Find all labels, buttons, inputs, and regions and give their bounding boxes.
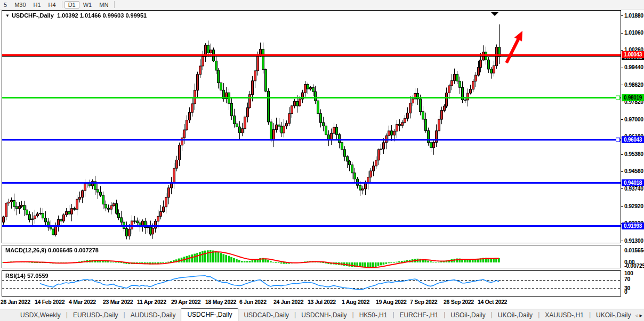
price-level-badge: 0.94018 xyxy=(622,179,644,186)
rsi-pane[interactable]: RSI(14) 57.0559 xyxy=(2,270,621,297)
tab-eurchf-h1[interactable]: EURCHF-,H1 xyxy=(395,310,444,321)
date-tick-label: 26 Jan 2022 xyxy=(1,299,30,305)
date-tick-label: 26 Sep 2022 xyxy=(444,299,474,305)
rsi-axis-label: 0 xyxy=(624,289,627,295)
timeframe-button-mn[interactable]: MN xyxy=(95,1,112,9)
price-tick-label: 1.01880 xyxy=(624,12,643,19)
rsi-label: RSI(14) 57.0559 xyxy=(5,273,49,279)
price-tick xyxy=(621,50,623,51)
tab-eurusd-daily[interactable]: EURUSD-,Daily xyxy=(68,310,124,321)
date-tick-label: 23 Mar 2022 xyxy=(103,299,133,305)
price-tick-label: 0.98620 xyxy=(624,81,643,88)
date-tick-label: 7 Sep 2022 xyxy=(410,299,437,305)
price-tick-label: 0.94560 xyxy=(624,168,643,174)
date-tick-label: 18 May 2022 xyxy=(205,299,236,305)
timeframe-toolbar: 5M30H1H4D1W1MN xyxy=(0,0,644,10)
price-tick xyxy=(621,85,623,85)
price-tick-label: 0.97000 xyxy=(624,116,643,122)
date-tick-label: 14 Feb 2022 xyxy=(35,299,65,305)
price-chart-pane[interactable]: ▼USDCHF-,Daily 1.00392 1.01466 0.99603 0… xyxy=(2,10,621,243)
date-tick-label: 11 Apr 2022 xyxy=(137,299,166,305)
tab-xauusd-h1[interactable]: XAUUSD-,H1 xyxy=(540,310,589,321)
price-tick xyxy=(621,188,623,189)
tab-scroll-left-icon[interactable]: ◃ xyxy=(635,312,638,318)
tab-scroll-right-icon[interactable]: ▸ xyxy=(639,312,642,318)
tab-usoil-daily[interactable]: USOil-,Daily xyxy=(445,310,490,321)
price-tick xyxy=(621,154,623,155)
date-tick-label: 29 Apr 2022 xyxy=(171,299,200,305)
tab-scroll-arrows: ◃▸ xyxy=(635,312,642,319)
price-tick xyxy=(621,206,623,207)
price-tick xyxy=(621,33,623,34)
chart-title: ▼USDCHF-,Daily 1.00392 1.01466 0.99603 0… xyxy=(5,12,147,19)
tab-audusd-daily[interactable]: AUDUSD-,Daily xyxy=(125,310,181,321)
date-tick-label: 4 Mar 2022 xyxy=(69,299,96,305)
terminal-window: 5M30H1H4D1W1MN ▼USDCHF-,Daily 1.00392 1.… xyxy=(0,0,644,321)
price-level-badge: 0.91993 xyxy=(622,223,644,229)
tab-usdx-weekly[interactable]: USDX,Weekly xyxy=(15,310,66,321)
symbol-dropdown-icon[interactable]: ▼ xyxy=(5,13,10,18)
price-level-badge: 0.98019 xyxy=(622,94,644,101)
date-tick-label: 24 Jun 2022 xyxy=(273,299,303,305)
chart-symbol-label: USDCHF-,Daily xyxy=(12,12,54,19)
macd-axis-label: 0.015654 xyxy=(624,247,644,253)
timeframe-button-h4[interactable]: H4 xyxy=(45,1,60,9)
tab-usdcnh-daily[interactable]: USDCNH-,Daily xyxy=(296,310,352,321)
price-tick-label: 0.92920 xyxy=(624,203,643,209)
ohlc-open: 1.00392 xyxy=(57,12,78,19)
price-tick-label: 1.01060 xyxy=(624,29,643,36)
ohlc-close: 0.99951 xyxy=(125,12,147,19)
ohlc-low: 0.99603 xyxy=(103,12,124,19)
timeframe-button-w1[interactable]: W1 xyxy=(79,1,96,9)
rsi-canvas[interactable] xyxy=(2,271,621,296)
timeframe-button-5[interactable]: 5 xyxy=(0,1,11,9)
price-tick-label: 0.91300 xyxy=(624,237,643,244)
tab-ukoil-daily[interactable]: UKOil-,Daily xyxy=(493,310,538,321)
price-level-badge: 1.00043 xyxy=(622,51,644,58)
symbol-tab-bar: USDX,Weekly|EURUSD-,Daily|AUDUSD-,DailyU… xyxy=(0,309,644,321)
ohlc-high: 1.01466 xyxy=(80,12,101,19)
timeframe-button-m30[interactable]: M30 xyxy=(11,1,29,9)
price-level-badge: 0.96043 xyxy=(622,136,644,143)
price-tick xyxy=(621,119,623,120)
time-axis[interactable]: 26 Jan 202214 Feb 20224 Mar 202223 Mar 2… xyxy=(0,297,644,308)
tab-usdchf-daily[interactable]: USDCHF-,Daily xyxy=(181,308,238,321)
date-tick-label: 14 Oct 2022 xyxy=(478,299,507,305)
price-tick-label: 0.95360 xyxy=(624,151,643,157)
toolbar-separator xyxy=(62,1,62,8)
date-tick-label: 13 Jul 2022 xyxy=(308,299,336,305)
macd-label: MACD(12,26,9) 0.006645 0.007278 xyxy=(5,247,99,253)
rsi-axis-label: 70 xyxy=(624,276,630,282)
timeframe-button-d1[interactable]: D1 xyxy=(65,1,79,9)
price-tick xyxy=(621,15,623,16)
tab-ukoil-daily[interactable]: UKOil-,Daily xyxy=(591,310,636,321)
date-tick-label: 6 Jun 2022 xyxy=(239,299,267,305)
date-tick-label: 19 Aug 2022 xyxy=(376,299,407,305)
tab-hk50-h1[interactable]: HK50-,H1 xyxy=(354,310,393,321)
macd-pane[interactable]: MACD(12,26,9) 0.006645 0.007278 xyxy=(2,245,621,268)
price-tick xyxy=(621,102,623,102)
tab-usdcad-daily[interactable]: USDCAD-,Daily xyxy=(238,310,294,321)
price-tick xyxy=(621,241,623,241)
price-tick-label: 0.99440 xyxy=(624,64,643,70)
price-tick xyxy=(621,68,623,68)
date-tick-label: 1 Aug 2022 xyxy=(342,299,369,305)
price-tick xyxy=(621,171,623,172)
timeframe-button-h1[interactable]: H1 xyxy=(30,1,45,9)
candlestick-canvas[interactable] xyxy=(2,11,621,243)
toolbar-separator xyxy=(114,1,115,8)
macd-axis-label: -0.007259 xyxy=(624,262,644,269)
